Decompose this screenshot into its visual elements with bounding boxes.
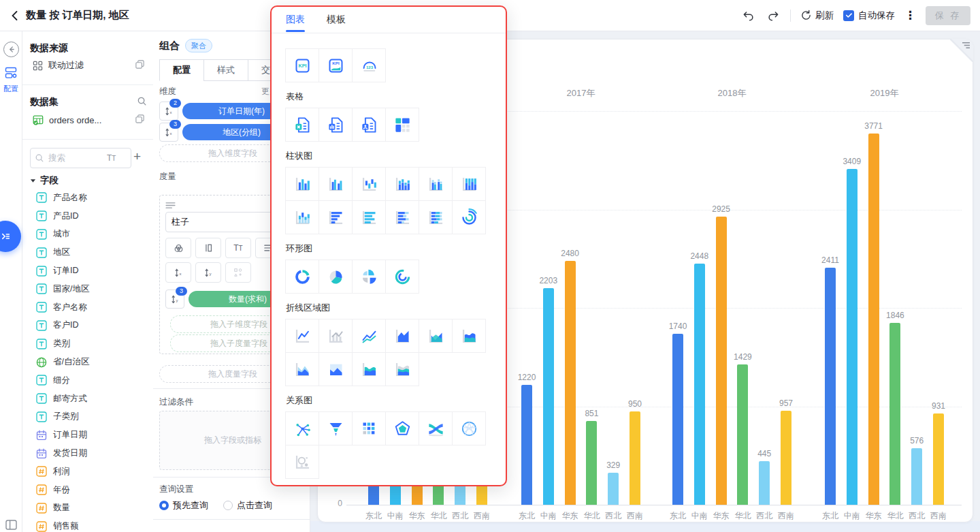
chart-type-hbar-wide[interactable] (352, 200, 386, 234)
tab-config[interactable]: 配置 (159, 59, 204, 81)
xaxis-sort-button[interactable]: x (165, 262, 191, 283)
bar[interactable] (933, 413, 944, 505)
field-item[interactable]: 订单日期 (22, 426, 153, 444)
bar[interactable] (521, 385, 532, 505)
field-item[interactable]: 城市 (22, 225, 153, 244)
chart-type-hbar-basic[interactable] (318, 200, 353, 234)
back-button[interactable] (8, 9, 22, 22)
refresh-button[interactable]: 刷新 (800, 10, 834, 22)
bar[interactable] (825, 268, 836, 505)
chart-type-hbar-multi-stacked[interactable] (419, 200, 453, 234)
chart-type-ring[interactable] (285, 260, 319, 294)
chart-type-area-wave[interactable] (452, 319, 486, 353)
chart-type-bar-basic[interactable] (285, 167, 319, 201)
checkbox-checked-icon[interactable] (843, 10, 854, 21)
drag-handle-icon[interactable] (165, 200, 176, 212)
collapse-back-button[interactable] (3, 42, 19, 57)
chart-type-bar-grouped-stacked[interactable] (419, 167, 453, 201)
chart-type-area-stacked-1[interactable] (285, 352, 319, 386)
chart-type-gauge[interactable]: 123 (352, 48, 386, 82)
field-item[interactable]: 邮寄方式 (22, 390, 153, 408)
field-search-input[interactable] (47, 153, 104, 163)
chart-type-chord-wheel[interactable] (452, 411, 486, 445)
yaxis-sort-button[interactable]: y (195, 262, 221, 283)
sort-x-button[interactable]: x 3 (159, 123, 178, 142)
bar[interactable] (889, 323, 900, 505)
label-text-button[interactable]: TT (225, 238, 251, 258)
dataset-search-icon[interactable] (137, 96, 147, 109)
chart-type-radial-bar[interactable] (452, 200, 486, 234)
chart-type-area-basic[interactable] (385, 319, 419, 353)
color-venn-button[interactable] (165, 238, 191, 258)
tab-style[interactable]: 样式 (203, 59, 248, 81)
chart-type-table-pivot[interactable] (385, 108, 419, 142)
field-item[interactable]: 省/自治区 (22, 353, 153, 371)
chart-type-bar-stacked[interactable] (385, 167, 419, 201)
chart-type-scatter-bubble[interactable] (285, 445, 319, 479)
chart-type-area-stacked-3[interactable] (352, 352, 386, 386)
field-item[interactable]: 数量 (22, 499, 153, 518)
sort-y-button[interactable]: y 3 (165, 290, 184, 309)
field-item[interactable]: 客户名称 (22, 298, 153, 317)
linkage-filter-item[interactable]: 联动过滤 (33, 59, 145, 72)
radio-click-query[interactable]: 点击查询 (223, 499, 272, 512)
field-item[interactable]: 细分 (22, 371, 153, 390)
chart-type-line-basic[interactable] (285, 319, 319, 353)
chart-type-radar[interactable] (385, 411, 419, 445)
bar[interactable] (565, 261, 576, 505)
bar[interactable] (847, 169, 858, 505)
chart-type-table-normal[interactable] (285, 108, 319, 142)
bar[interactable] (759, 461, 770, 505)
chart-type-hbar-stacked[interactable] (385, 200, 419, 234)
expand-panel-fab[interactable] (0, 221, 21, 252)
field-item[interactable]: 年份 (22, 481, 153, 499)
bar[interactable] (781, 411, 791, 505)
chart-type-treemap-blocks[interactable] (352, 411, 386, 445)
chart-type-sankey[interactable] (419, 411, 453, 445)
switch-dataset-icon[interactable] (135, 114, 145, 126)
chart-type-picker-popup[interactable]: 图表 模板 KPIKPI123表格柱状图环形图折线区域图关系图 (270, 5, 507, 486)
chart-type-kpi-trend-card[interactable]: KPI (318, 48, 353, 82)
chart-type-bar-grouped[interactable] (318, 167, 353, 201)
field-type-filter-icon[interactable]: TT (107, 153, 116, 163)
field-item[interactable]: 国家/地区 (22, 280, 153, 298)
chart-type-funnel[interactable] (318, 411, 353, 445)
radio-pre-query[interactable]: 预先查询 (159, 499, 208, 512)
chart-type-table-info[interactable] (318, 108, 353, 142)
toggle-sidebar-button[interactable] (5, 520, 17, 532)
switch-datasource-icon[interactable] (135, 59, 145, 72)
chart-type-bar-range[interactable] (352, 167, 386, 201)
chart-type-bar-percent[interactable] (452, 167, 486, 201)
bar[interactable] (911, 448, 922, 505)
bar[interactable] (694, 264, 705, 505)
chart-type-bar-gradient[interactable] (285, 200, 319, 234)
corner-fold[interactable] (950, 39, 973, 62)
value-axis-button[interactable] (195, 238, 221, 258)
field-item[interactable]: 类别 (22, 334, 153, 353)
bar[interactable] (672, 334, 683, 505)
bar[interactable] (608, 473, 619, 505)
field-item[interactable]: 客户ID (22, 317, 153, 335)
chart-type-kpi-card[interactable]: KPI (285, 48, 319, 82)
field-item[interactable]: 发货日期 (22, 444, 153, 463)
field-search-box[interactable]: TT (30, 148, 131, 168)
chart-type-graph-network[interactable] (285, 411, 319, 445)
autosave-toggle[interactable]: 自动保存 (843, 10, 895, 22)
rail-item-config[interactable]: 配置 (0, 66, 22, 94)
add-field-button[interactable]: + (133, 151, 141, 163)
field-item[interactable]: 利润 (22, 463, 153, 481)
picker-tab-templates[interactable]: 模板 (327, 14, 346, 26)
chart-type-area-teal[interactable] (419, 319, 453, 353)
bar[interactable] (543, 288, 554, 505)
field-item[interactable]: 产品名称 (22, 189, 153, 207)
chart-type-pie[interactable] (318, 260, 353, 294)
dataset-item[interactable]: orders orde... (33, 114, 145, 126)
save-button[interactable]: 保 存 (926, 6, 970, 25)
field-item[interactable]: 地区 (22, 243, 153, 262)
bar[interactable] (630, 411, 640, 505)
bar[interactable] (737, 364, 748, 505)
fields-section-toggle[interactable]: 字段 (30, 174, 59, 187)
sort-x-button[interactable]: x 2 (159, 101, 178, 121)
picker-tab-charts[interactable]: 图表 (286, 14, 305, 26)
field-item[interactable]: 销售额 (22, 517, 153, 532)
